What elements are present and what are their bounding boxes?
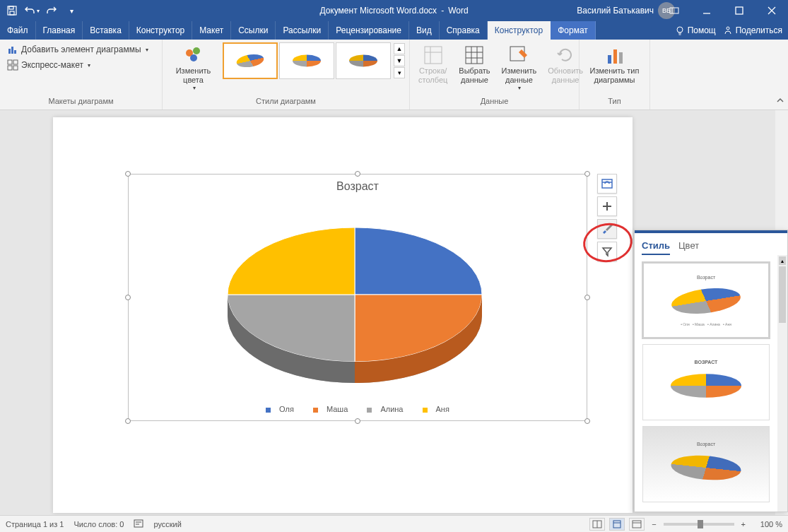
tell-me-button[interactable]: Помощ xyxy=(675,25,716,35)
resize-handle-ne[interactable] xyxy=(584,171,590,177)
document-page[interactable]: Возраст xyxy=(53,117,633,513)
chart-styles-button[interactable] xyxy=(597,219,617,239)
svg-rect-12 xyxy=(8,49,11,54)
resize-handle-s[interactable] xyxy=(355,418,360,424)
select-data-icon xyxy=(463,44,486,66)
add-chart-element-button[interactable]: Добавить элемент диаграммы▾ xyxy=(4,42,151,57)
ribbon-display-icon xyxy=(669,6,679,16)
tab-home[interactable]: Главная xyxy=(36,21,83,40)
page-indicator[interactable]: Страница 1 из 1 xyxy=(6,520,64,528)
redo-button[interactable] xyxy=(42,1,61,20)
change-colors-button[interactable]: Изменить цвета▾ xyxy=(167,42,220,93)
chart-filters-button[interactable] xyxy=(597,242,617,261)
tab-view[interactable]: Вид xyxy=(409,21,440,40)
svg-point-8 xyxy=(677,27,683,32)
chart-side-buttons xyxy=(597,174,617,261)
word-count[interactable]: Число слов: 0 xyxy=(73,520,124,528)
language-indicator[interactable]: русский xyxy=(153,520,181,528)
chart-style-2[interactable] xyxy=(279,42,334,79)
undo-button[interactable]: ▾ xyxy=(23,1,41,20)
group-data: Данные xyxy=(414,95,575,107)
proofing-button[interactable] xyxy=(134,519,143,530)
chart-title[interactable]: Возраст xyxy=(129,175,587,199)
svg-rect-29 xyxy=(602,179,612,188)
minimize-button[interactable] xyxy=(690,0,723,21)
document-name: Документ Microsoft Word.docx xyxy=(319,6,437,16)
select-data-button[interactable]: Выбрать данные xyxy=(454,42,494,86)
ribbon-tabs: Файл Главная Вставка Конструктор Макет С… xyxy=(0,21,788,40)
svg-point-20 xyxy=(193,47,200,54)
zoom-in-button[interactable]: + xyxy=(739,520,748,528)
chart-style-1[interactable] xyxy=(223,42,278,79)
proofing-icon xyxy=(134,519,143,528)
edit-data-button[interactable]: Изменить данные▾ xyxy=(498,42,541,93)
chart-elements-button[interactable] xyxy=(597,196,617,216)
zoom-slider[interactable] xyxy=(664,523,734,526)
share-button[interactable]: Поделиться xyxy=(723,25,782,35)
maximize-button[interactable] xyxy=(723,0,755,21)
plus-icon xyxy=(601,201,613,212)
legend-item-2: Маша xyxy=(327,405,348,413)
group-chart-layouts: Макеты диаграмм xyxy=(4,95,158,107)
panel-tab-color[interactable]: Цвет xyxy=(678,237,699,255)
redo-icon xyxy=(46,5,57,16)
svg-rect-5 xyxy=(736,7,743,14)
layout-options-icon xyxy=(601,177,613,190)
tab-review[interactable]: Рецензирование xyxy=(329,21,409,40)
legend-item-3: Алина xyxy=(380,405,403,413)
style-option-1[interactable]: Возраст • Оля • Маша • Алина • Аня xyxy=(642,262,770,338)
tab-chart-design[interactable]: Конструктор xyxy=(488,21,551,40)
save-icon xyxy=(6,5,18,16)
tab-help[interactable]: Справка xyxy=(440,21,488,40)
gallery-more-button[interactable]: ▾ xyxy=(394,67,405,78)
gallery-down-button[interactable]: ▼ xyxy=(394,55,405,66)
brush-icon xyxy=(601,223,613,235)
resize-handle-sw[interactable] xyxy=(125,418,131,424)
svg-point-11 xyxy=(727,27,729,30)
tab-mailings[interactable]: Рассылки xyxy=(276,21,329,40)
panel-scrollbar[interactable]: ▲ xyxy=(777,255,787,512)
style-option-2[interactable]: ВОЗРАСТ xyxy=(642,344,770,420)
tab-layout[interactable]: Макет xyxy=(192,21,231,40)
pie-chart[interactable] xyxy=(206,203,503,386)
svg-rect-23 xyxy=(466,47,483,64)
tab-file[interactable]: Файл xyxy=(0,21,36,40)
resize-handle-n[interactable] xyxy=(355,171,360,177)
resize-handle-w[interactable] xyxy=(125,295,131,300)
resize-handle-nw[interactable] xyxy=(125,171,131,177)
save-button[interactable] xyxy=(3,1,21,20)
read-mode-button[interactable] xyxy=(589,518,605,531)
collapse-ribbon-button[interactable] xyxy=(775,95,785,107)
gallery-up-button[interactable]: ▲ xyxy=(394,43,405,54)
layout-options-button[interactable] xyxy=(597,174,617,194)
tab-insert[interactable]: Вставка xyxy=(83,21,129,40)
maximize-icon xyxy=(735,6,743,15)
qat-customize-button[interactable]: ▾ xyxy=(62,1,81,20)
panel-tab-style[interactable]: Стиль xyxy=(642,237,670,255)
chart-legend[interactable]: Оля Маша Алина Аня xyxy=(129,405,587,413)
tab-references[interactable]: Ссылки xyxy=(231,21,276,40)
style-panel-list[interactable]: Возраст • Оля • Маша • Алина • Аня ВОЗРА… xyxy=(635,255,777,512)
resize-handle-se[interactable] xyxy=(584,418,590,424)
chart-object[interactable]: Возраст xyxy=(128,174,587,421)
close-button[interactable] xyxy=(755,0,788,21)
chart-style-3[interactable] xyxy=(336,42,391,79)
change-chart-type-button[interactable]: Изменить тип диаграммы xyxy=(584,42,645,86)
resize-handle-e[interactable] xyxy=(584,295,590,300)
svg-rect-22 xyxy=(425,47,442,64)
svg-rect-37 xyxy=(633,521,641,528)
user-name: Василий Батькавич xyxy=(577,6,654,16)
svg-rect-32 xyxy=(134,520,143,527)
zoom-level[interactable]: 100 % xyxy=(753,520,782,528)
ribbon-display-button[interactable] xyxy=(658,0,690,21)
tab-designer[interactable]: Конструктор xyxy=(129,21,192,40)
undo-icon xyxy=(24,5,35,16)
app-name: Word xyxy=(448,6,468,16)
chart-styles-gallery: ▲ ▼ ▾ xyxy=(223,42,405,79)
tab-chart-format[interactable]: Формат xyxy=(551,21,596,40)
web-layout-button[interactable] xyxy=(629,518,645,531)
zoom-out-button[interactable]: − xyxy=(649,520,659,528)
print-layout-button[interactable] xyxy=(609,518,625,531)
style-option-3[interactable]: Возраст xyxy=(642,426,770,502)
quick-layout-button[interactable]: Экспресс-макет▾ xyxy=(4,58,93,72)
